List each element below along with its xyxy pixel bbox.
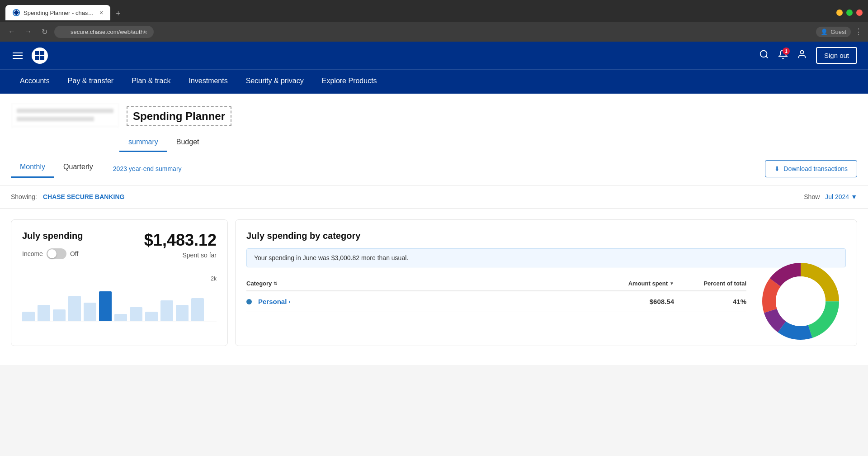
show-month-section: Show Jul 2024 ▼ <box>804 193 857 200</box>
period-row: Monthly Quarterly 2023 year-end summary … <box>0 152 868 185</box>
cards-area: July spending Income Off $1,483.12 Spent… <box>0 209 868 346</box>
svg-point-15 <box>776 276 826 326</box>
col-header-amount[interactable]: Amount spent ▼ <box>602 280 674 287</box>
category-amount: $608.54 <box>602 298 674 305</box>
bar-current <box>99 291 112 321</box>
profile-label: Guest <box>830 28 846 35</box>
maximize-button[interactable] <box>846 10 853 16</box>
nav-security-privacy[interactable]: Security & privacy <box>237 70 313 94</box>
refresh-button[interactable]: ↻ <box>38 25 51 38</box>
search-button[interactable] <box>759 49 769 62</box>
bar-10 <box>160 300 173 321</box>
svg-rect-2 <box>40 51 44 55</box>
spending-card-title: July spending <box>22 231 83 241</box>
user-account-button[interactable] <box>797 49 807 62</box>
col-header-percent: Percent of total <box>674 280 746 287</box>
income-toggle[interactable] <box>47 248 66 259</box>
showing-row: Showing: CHASE SECURE BANKING Show Jul 2… <box>0 185 868 209</box>
nav-investments[interactable]: Investments <box>179 70 236 94</box>
month-value: Jul 2024 <box>825 193 849 200</box>
toggle-thumb <box>47 249 57 258</box>
period-tab-monthly[interactable]: Monthly <box>11 159 54 178</box>
profile-icon: 👤 <box>821 28 828 35</box>
table-row: Personal › $608.54 41% <box>246 291 746 312</box>
close-tab-button[interactable]: × <box>99 9 103 16</box>
bar-4 <box>68 296 81 321</box>
spent-so-far-label: Spent so far <box>144 252 217 259</box>
active-tab[interactable]: Spending Planner - chase.com × <box>5 5 110 20</box>
col-header-category[interactable]: Category ⇅ <box>246 280 602 287</box>
nav-accounts[interactable]: Accounts <box>11 70 59 94</box>
notification-count: 1 <box>783 48 790 55</box>
forward-button[interactable]: → <box>22 25 34 38</box>
new-tab-button[interactable]: + <box>112 7 124 20</box>
svg-rect-1 <box>35 51 39 55</box>
month-select-dropdown[interactable]: Jul 2024 ▼ <box>825 193 857 200</box>
address-wrapper: 🔒 <box>54 26 812 38</box>
bar-12 <box>191 298 204 321</box>
tab-budget[interactable]: Budget <box>167 133 208 152</box>
page-header: Spending Planner <box>0 94 868 130</box>
address-bar-input[interactable] <box>54 26 154 38</box>
bar-5 <box>84 303 96 321</box>
tab-favicon <box>13 9 20 16</box>
bar-3 <box>53 309 66 321</box>
tab-summary[interactable]: summary <box>119 133 167 152</box>
header-top: 1 Sign out <box>0 42 868 69</box>
showing-section: Showing: CHASE SECURE BANKING <box>11 193 124 201</box>
category-color-dot <box>246 299 252 304</box>
bar-1 <box>22 312 35 321</box>
bar-9 <box>145 312 158 321</box>
hamburger-menu-button[interactable] <box>11 51 24 61</box>
tab-bar: Spending Planner - chase.com × + <box>5 5 124 20</box>
chase-logo <box>32 48 48 64</box>
main-nav: Accounts Pay & transfer Plan & track Inv… <box>0 69 868 94</box>
window-controls <box>836 10 863 16</box>
notifications-button[interactable]: 1 <box>778 49 788 62</box>
amount-sort-icon: ▼ <box>670 281 674 286</box>
tab-title: Spending Planner - chase.com <box>24 10 96 16</box>
download-icon: ⬇ <box>774 165 780 172</box>
hamburger-line-1 <box>13 52 23 53</box>
spending-amount: $1,483.12 <box>144 231 217 250</box>
category-card: July spending by category Your spending … <box>235 219 857 346</box>
svg-point-7 <box>800 50 803 53</box>
download-transactions-button[interactable]: ⬇ Download transactions <box>765 160 857 177</box>
browser-menu-button[interactable]: ⋮ <box>854 27 863 37</box>
category-card-title: July spending by category <box>246 231 846 241</box>
browser-chrome: Spending Planner - chase.com × + <box>0 0 868 22</box>
table-header: Category ⇅ Amount spent ▼ Percent of tot… <box>246 276 746 291</box>
income-toggle-row: Income Off <box>22 248 83 259</box>
bar-chart-2k-label: 2k <box>211 276 217 282</box>
back-button[interactable]: ← <box>5 25 18 38</box>
category-sort-icon: ⇅ <box>274 281 277 286</box>
minimize-button[interactable] <box>836 10 843 16</box>
category-name-link[interactable]: Personal › <box>258 298 290 305</box>
period-tab-quarterly[interactable]: Quarterly <box>54 159 102 178</box>
spending-card: July spending Income Off $1,483.12 Spent… <box>11 219 228 346</box>
close-window-button[interactable] <box>856 10 863 16</box>
nav-plan-track[interactable]: Plan & track <box>123 70 179 94</box>
category-cell: Personal › <box>246 298 602 305</box>
nav-pay-transfer[interactable]: Pay & transfer <box>59 70 123 94</box>
bar-2 <box>38 305 50 321</box>
svg-line-6 <box>766 56 768 58</box>
svg-point-5 <box>760 51 767 57</box>
page-tabs: summary Budget <box>0 133 868 152</box>
year-end-summary-link[interactable]: 2023 year-end summary <box>113 165 182 172</box>
showing-label: Showing: <box>11 193 37 200</box>
address-bar-row: ← → ↻ 🔒 👤 Guest ⋮ <box>0 22 868 42</box>
hamburger-line-2 <box>13 55 23 56</box>
show-label: Show <box>804 193 820 200</box>
bar-7 <box>114 314 127 321</box>
profile-button[interactable]: 👤 Guest <box>816 27 851 37</box>
category-percent: 41% <box>674 298 746 305</box>
nav-explore-products[interactable]: Explore Products <box>313 70 386 94</box>
bar-8 <box>130 307 142 321</box>
category-table: Category ⇅ Amount spent ▼ Percent of tot… <box>246 276 746 312</box>
category-chevron-icon: › <box>288 299 290 305</box>
account-filter-link[interactable]: CHASE SECURE BANKING <box>43 193 124 200</box>
download-btn-label: Download transactions <box>783 165 848 172</box>
sign-out-button[interactable]: Sign out <box>816 47 857 64</box>
svg-rect-4 <box>40 56 44 60</box>
